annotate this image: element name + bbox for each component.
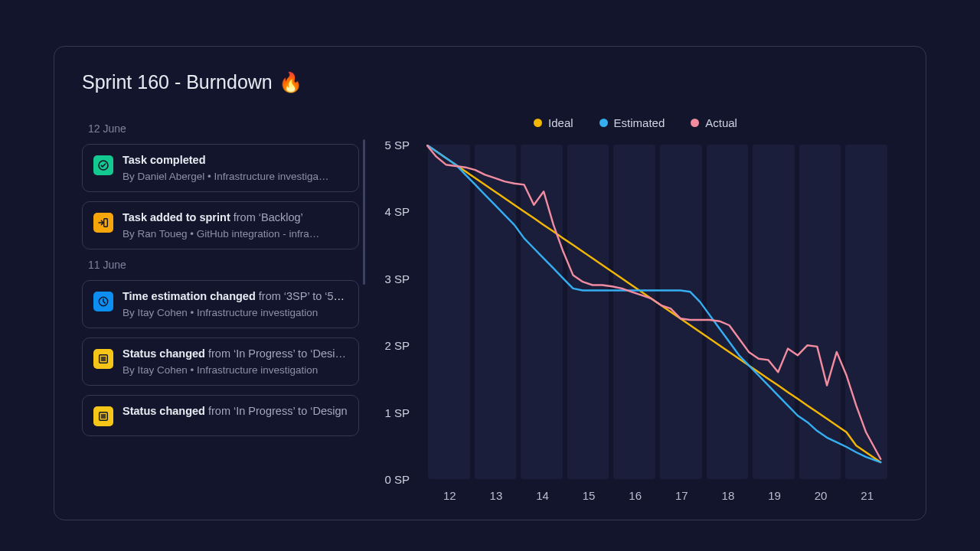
feed-item-sub: By Daniel Abergel • Infrastructure inves…: [122, 171, 348, 182]
list-icon: [93, 406, 113, 426]
feed-date-label: 12 June: [88, 122, 359, 135]
feed-item[interactable]: Status changed from ‘In Progress’ to ‘De…: [82, 395, 359, 436]
y-tick: 4 SP: [374, 205, 420, 218]
check-icon: [93, 155, 113, 175]
y-tick: 0 SP: [374, 473, 420, 486]
feed-item[interactable]: Status changed from ‘In Progress’ to ‘De…: [82, 337, 359, 386]
y-tick: 2 SP: [374, 339, 420, 352]
x-tick: 15: [583, 489, 596, 502]
x-tick: 21: [861, 489, 874, 502]
y-tick: 3 SP: [374, 272, 420, 285]
legend-dot-actual: [691, 119, 699, 127]
x-tick: 12: [443, 489, 456, 502]
title-text: Sprint 160 - Burndown: [82, 71, 273, 93]
legend-estimated: Estimated: [599, 116, 665, 129]
feed-item-title: Task completed: [122, 154, 348, 166]
list-icon: [93, 349, 113, 369]
clock-icon: [93, 292, 113, 311]
y-tick: 5 SP: [374, 139, 420, 152]
legend-actual: Actual: [691, 116, 737, 129]
feed-item-sub: By Itay Cohen • Infrastructure investiga…: [122, 364, 348, 376]
page-title: Sprint 160 - Burndown 🔥: [82, 71, 898, 93]
scrollbar-thumb[interactable]: [363, 139, 365, 285]
feed-item-title: Time estimation changed from ‘3SP’ to ‘5…: [122, 290, 348, 302]
series-ideal: [426, 145, 880, 462]
feed-item-title: Status changed from ‘In Progress’ to ‘De…: [122, 405, 348, 417]
legend-dot-estimated: [599, 119, 608, 127]
legend-dot-ideal: [534, 119, 542, 127]
x-tick: 16: [629, 489, 642, 502]
feed-item-title: Status changed from ‘In Progress’ to ‘De…: [122, 347, 348, 360]
feed-item[interactable]: Task added to sprint from ‘Backlog’By Ra…: [82, 201, 359, 249]
x-tick: 19: [768, 489, 781, 502]
chart-panel: Ideal Estimated Actual 0 SP1 SP2 SP3 SP4…: [365, 116, 898, 507]
y-tick: 1 SP: [374, 406, 420, 419]
svg-rect-1: [104, 219, 108, 227]
chart-legend: Ideal Estimated Actual: [373, 116, 898, 129]
feed-item-title: Task added to sprint from ‘Backlog’: [122, 211, 348, 223]
x-tick: 17: [675, 489, 688, 502]
arrow-in-icon: [93, 213, 113, 233]
feed-item[interactable]: Task completedBy Daniel Abergel • Infras…: [82, 144, 359, 192]
feed-item-sub: By Ran Toueg • GitHub integration - infr…: [122, 228, 348, 240]
x-tick: 18: [722, 489, 735, 502]
content-row: 12 JuneTask completedBy Daniel Abergel •…: [82, 116, 898, 507]
activity-feed[interactable]: 12 JuneTask completedBy Daniel Abergel •…: [82, 116, 365, 507]
feed-date-label: 11 June: [88, 259, 359, 271]
feed-item-sub: By Itay Cohen • Infrastructure investiga…: [122, 307, 348, 318]
feed-item[interactable]: Time estimation changed from ‘3SP’ to ‘5…: [82, 280, 359, 328]
x-tick: 20: [815, 489, 828, 502]
x-tick: 14: [536, 489, 549, 502]
legend-ideal: Ideal: [534, 116, 573, 129]
burndown-card: Sprint 160 - Burndown 🔥 12 JuneTask comp…: [54, 46, 926, 520]
x-tick: 13: [490, 489, 503, 502]
chart-plot: 0 SP1 SP2 SP3 SP4 SP5 SP1213141516171819…: [373, 140, 898, 507]
fire-icon: 🔥: [279, 71, 302, 93]
